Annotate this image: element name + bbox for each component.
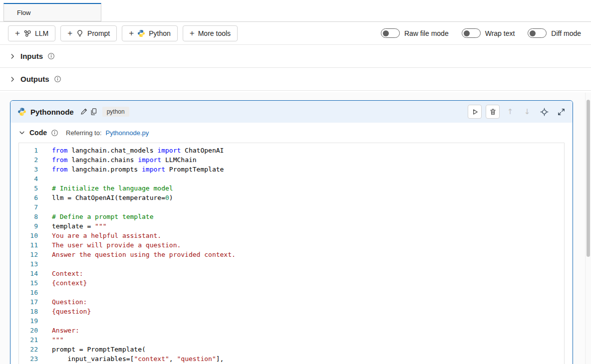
code-line[interactable]: 9template = """: [19, 221, 564, 231]
inputs-section-header[interactable]: Inputs: [0, 45, 591, 68]
code-line[interactable]: 3from langchain.prompts import PromptTem…: [19, 165, 564, 174]
toggle-knob: [383, 30, 389, 36]
wrap-text-label: Wrap text: [485, 29, 515, 37]
code-line[interactable]: 8# Define a prompt template: [19, 212, 564, 221]
info-icon[interactable]: [54, 75, 61, 83]
line-number: 12: [19, 250, 48, 259]
info-icon[interactable]: [47, 52, 55, 60]
add-python-button[interactable]: + Python: [122, 25, 178, 41]
code-line[interactable]: 2from langchain.chains import LLMChain: [19, 155, 564, 165]
code-line[interactable]: 1from langchain.chat_models import ChatO…: [19, 146, 564, 155]
code-line[interactable]: 17Question:: [19, 297, 564, 307]
code-line[interactable]: 16: [19, 288, 564, 297]
tab-bar: Flow: [0, 0, 591, 22]
toggle-knob: [464, 30, 470, 36]
code-line[interactable]: 14Context:: [19, 269, 564, 278]
code-text: Answer:: [48, 326, 564, 335]
code-line[interactable]: 6llm = ChatOpenAI(temperature=0): [19, 193, 564, 202]
tab-flow[interactable]: Flow: [3, 3, 101, 21]
toolbar-tools: + LLM + Prompt +: [8, 25, 243, 41]
code-line[interactable]: 15{context}: [19, 278, 564, 288]
node-actions: ↑ ↓: [464, 105, 568, 119]
line-number: 17: [19, 297, 48, 307]
code-line[interactable]: 5# Initialize the language model: [19, 183, 564, 193]
code-line[interactable]: 20Answer:: [19, 326, 564, 335]
scrollbar-thumb[interactable]: [587, 100, 590, 257]
tab-flow-label: Flow: [17, 9, 30, 16]
code-line[interactable]: 12Answer the question using the provided…: [19, 250, 564, 259]
code-line[interactable]: 23 input_variables=["context", "question…: [19, 354, 564, 364]
chevron-right-icon: [9, 76, 16, 83]
diff-mode-toggle[interactable]: Diff mode: [528, 28, 581, 38]
outputs-label: Outputs: [20, 75, 49, 83]
line-number: 5: [19, 183, 48, 193]
locate-icon[interactable]: [538, 105, 551, 118]
code-text: {context}: [48, 278, 564, 288]
code-line[interactable]: 13: [19, 259, 564, 269]
code-text: # Define a prompt template: [48, 212, 564, 221]
code-section-header[interactable]: Code Referring to: Pythonnode.py: [10, 123, 573, 143]
add-prompt-label: Prompt: [87, 29, 110, 37]
edit-icon[interactable]: [80, 108, 88, 116]
code-editor[interactable]: 1from langchain.chat_models import ChatO…: [18, 143, 565, 364]
info-icon[interactable]: [51, 129, 58, 137]
toggle-switch: [528, 28, 547, 38]
toggle-knob: [530, 30, 536, 36]
line-number: 7: [19, 202, 48, 212]
code-line[interactable]: 10You are a helpful assistant.: [19, 231, 564, 240]
diff-mode-label: Diff mode: [551, 29, 581, 37]
code-line[interactable]: 22prompt = PromptTemplate(: [19, 345, 564, 354]
toggle-switch: [462, 28, 481, 38]
code-text: template = """: [48, 221, 564, 231]
referring-to-label: Referring to:: [66, 129, 102, 137]
toolbar: + LLM + Prompt +: [0, 22, 591, 45]
language-badge: python: [102, 107, 129, 117]
code-file-link[interactable]: Pythonnode.py: [106, 129, 149, 137]
line-number: 2: [19, 155, 48, 165]
more-tools-button[interactable]: + More tools: [183, 25, 238, 41]
line-number: 16: [19, 288, 48, 297]
code-line[interactable]: 7: [19, 202, 564, 212]
chevron-right-icon: [9, 53, 16, 60]
run-icon[interactable]: [468, 105, 482, 119]
plus-icon: +: [129, 29, 134, 37]
code-text: from langchain.chat_models import ChatOp…: [48, 146, 564, 155]
node-title: Pythonnode: [30, 108, 74, 116]
code-label: Code: [29, 129, 47, 137]
copy-icon[interactable]: [90, 108, 98, 116]
code-text: from langchain.chains import LLMChain: [48, 155, 564, 165]
line-number: 15: [19, 278, 48, 288]
line-number: 9: [19, 221, 48, 231]
outputs-section-header[interactable]: Outputs: [0, 68, 591, 91]
python-node-card: Pythonnode python ↑ ↓: [10, 100, 573, 364]
python-icon: [137, 29, 145, 37]
chevron-down-icon: [18, 129, 25, 136]
expand-icon[interactable]: [555, 105, 568, 118]
code-line[interactable]: 18{question}: [19, 307, 564, 316]
code-text: The user will provide a question.: [48, 240, 564, 250]
code-text: # Initialize the language model: [48, 183, 564, 193]
code-text: Context:: [48, 269, 564, 278]
line-number: 11: [19, 240, 48, 250]
page-scrollbar[interactable]: [585, 93, 591, 364]
raw-file-mode-toggle[interactable]: Raw file mode: [381, 28, 449, 38]
node-header: Pythonnode python ↑ ↓: [10, 101, 573, 123]
code-line[interactable]: 21""": [19, 335, 564, 345]
code-line[interactable]: 19: [19, 316, 564, 326]
add-prompt-button[interactable]: + Prompt: [60, 25, 117, 41]
code-text: [48, 288, 564, 297]
code-text: You are a helpful assistant.: [48, 231, 564, 240]
line-number: 4: [19, 174, 48, 183]
line-number: 10: [19, 231, 48, 240]
wrap-text-toggle[interactable]: Wrap text: [462, 28, 515, 38]
line-number: 18: [19, 307, 48, 316]
plus-icon: +: [15, 29, 20, 37]
python-icon: [17, 107, 26, 116]
code-line[interactable]: 11The user will provide a question.: [19, 240, 564, 250]
add-python-label: Python: [149, 29, 171, 37]
code-line[interactable]: 4: [19, 174, 564, 183]
code-text: """: [48, 335, 564, 345]
add-llm-button[interactable]: + LLM: [8, 25, 55, 41]
code-text: [48, 259, 564, 269]
delete-icon[interactable]: [486, 105, 500, 119]
